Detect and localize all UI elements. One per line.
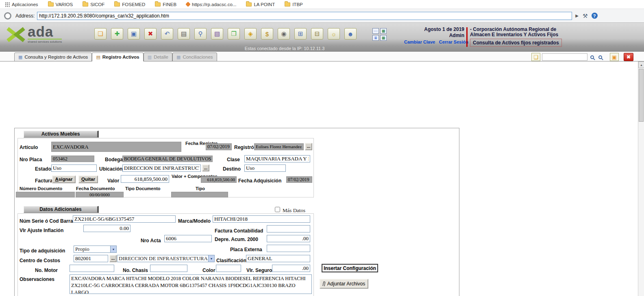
chevron-down-icon[interactable]: ▼ [208, 255, 214, 262]
document-icon: ▤ [96, 55, 100, 60]
vlr-seguro-input[interactable] [272, 265, 310, 272]
bookmark-item[interactable]: SICOF [83, 2, 104, 7]
estado-input[interactable] [51, 164, 97, 172]
vlr-seguro-label: Vlr. Seguro [246, 267, 272, 273]
ubicacion-input[interactable] [122, 164, 201, 172]
tab-consulta-y-registro[interactable]: ▦ Consulta y Registro de Activos [14, 53, 92, 61]
asignar-button[interactable]: Asignar [52, 175, 76, 183]
idea-button[interactable]: ☼ [328, 28, 340, 39]
destino-input[interactable] [244, 164, 286, 172]
no-chasis-input[interactable] [150, 265, 187, 272]
tipo-adquisicion-select[interactable]: Propio ▼ [74, 246, 117, 253]
new-document-button[interactable]: ✚ [111, 28, 123, 39]
color-input[interactable] [216, 265, 241, 272]
excel-icon: ▦ [382, 29, 385, 33]
vlr-ajuste-input[interactable] [83, 225, 131, 232]
logout-link[interactable]: Cerrar Sesión [439, 39, 468, 44]
tipo-documento-label: Tipo Documento [125, 186, 161, 191]
articulo-label: Artículo [20, 145, 38, 150]
delete-button[interactable]: ✖ [144, 28, 157, 39]
page-icon [185, 2, 191, 7]
quitar-button[interactable]: Quitar [78, 175, 98, 183]
serie-input[interactable] [73, 215, 176, 223]
tipo-adquisicion-label: Tipo de adquisición [20, 248, 65, 254]
centro-costos-desc-select[interactable]: DIRECCION DE INFRAESTRUCTURA AM ▼ [117, 255, 215, 262]
go-icon[interactable]: ▶ [575, 13, 579, 18]
nro-placa-field: 053462 [51, 156, 94, 162]
table-button[interactable]: ▦ [380, 35, 387, 41]
adjuntar-archivos-button[interactable]: Adjuntar Archivos [320, 279, 368, 289]
orange-box-icon: ▣ [612, 54, 617, 60]
add-grid-button[interactable]: ⊞ [294, 28, 307, 39]
notes-button[interactable]: ⋯ [372, 28, 379, 34]
save-button[interactable]: ▣ [128, 28, 140, 39]
centro-costos-lookup-button[interactable]: ... [109, 255, 117, 262]
layers-button[interactable]: ≣ [372, 35, 379, 41]
application-window: Aplicaciones VARIOSSICOFFOSEMEDFINEBhttp… [0, 0, 644, 296]
bookmark-item[interactable]: VARIOS [48, 2, 73, 7]
page-scrollbar[interactable]: ▲ [638, 61, 644, 296]
camera-money-button[interactable]: ◉ [278, 28, 290, 39]
no-motor-input[interactable] [70, 265, 114, 272]
marca-modelo-input[interactable] [213, 215, 310, 223]
depre-acum-input[interactable] [267, 235, 310, 242]
bookmark-item[interactable]: FOSEMED [114, 2, 145, 7]
image-icon: ▧ [214, 30, 220, 37]
scroll-up-icon[interactable]: ▲ [638, 61, 644, 68]
magnifier-icon [590, 55, 594, 59]
ubicacion-lookup-button[interactable]: ... [202, 164, 209, 171]
tab-registro-activos[interactable]: ▤ Registro Activos [92, 53, 143, 61]
registro-lookup-button[interactable]: ... [305, 143, 312, 150]
export-button[interactable]: ❏ [531, 53, 540, 61]
mas-datos-label: Más Datos [283, 207, 305, 214]
money-button[interactable]: $ [261, 28, 273, 39]
bookmark-item[interactable]: FINEB [155, 2, 176, 7]
cart-button[interactable]: ⊟ [311, 28, 323, 39]
excel-button[interactable]: ▦ [380, 28, 387, 34]
close-button[interactable]: ✖ [624, 53, 633, 61]
tab-detalle[interactable]: ▥ Detalle [144, 53, 172, 61]
bookmark-item[interactable]: ITBP [285, 2, 303, 7]
chevron-down-icon[interactable]: ▼ [110, 246, 116, 252]
centro-costos-input[interactable] [74, 255, 108, 262]
page-scrollbar-thumb[interactable] [639, 69, 644, 122]
address-input[interactable] [37, 12, 572, 20]
export-folder-button[interactable]: ❐ [228, 28, 240, 39]
image-button[interactable]: ▧ [211, 28, 223, 39]
lock-icon: ◈ [248, 30, 253, 37]
tab-conciliaciones[interactable]: ▦ Conciliaciones [172, 53, 217, 61]
mas-datos-checkbox[interactable] [275, 207, 280, 212]
bookmark-label: LA POINT [254, 2, 275, 7]
bookmark-item[interactable]: LA POINT [246, 2, 275, 7]
nro-acta-input[interactable] [164, 235, 212, 242]
tools-icon[interactable]: ⚒ [583, 13, 588, 19]
apps-menu[interactable]: Aplicaciones [5, 2, 38, 7]
fecha-documento-label: Fecha Documento [76, 186, 115, 191]
print-icon: ▤ [181, 30, 187, 37]
observaciones-textarea[interactable]: EXCAVADORA MARCA HITACHI MODELO 2018 COL… [70, 274, 312, 294]
search-button[interactable]: ⚲ [194, 28, 207, 39]
lock-button[interactable]: ◈ [244, 28, 257, 39]
clase-input[interactable] [244, 155, 310, 162]
clasificacion-input[interactable] [246, 255, 310, 262]
color-label: Color [202, 267, 215, 273]
open-folder-button[interactable]: ❏ [94, 28, 107, 39]
orange-box-button[interactable]: ▣ [610, 53, 619, 61]
help-icon[interactable]: ? [592, 13, 598, 19]
browser-logo-icon[interactable] [4, 12, 11, 20]
users-button[interactable]: ☻ [344, 28, 357, 39]
change-password-link[interactable]: Cambiar Clave [404, 39, 435, 44]
quick-search-input[interactable] [542, 53, 587, 61]
valor-input[interactable] [121, 175, 169, 183]
idea-icon: ☼ [331, 31, 337, 37]
folder-icon [83, 2, 88, 7]
factura-contabilidad-input[interactable] [267, 225, 310, 232]
content-area: Activos Muebles Artículo EXCAVADORA Fech… [0, 61, 644, 296]
bookmark-item[interactable]: https://rp.adacsc.co... [186, 2, 236, 7]
placa-externa-input[interactable] [267, 245, 310, 252]
insertar-configuracion-button[interactable]: Insertar Configuración [322, 264, 378, 272]
articulo-field: EXCAVADORA [51, 142, 181, 152]
tab-label: Conciliaciones [183, 55, 213, 59]
undo-button[interactable]: ↶ [161, 28, 173, 39]
print-button[interactable]: ▤ [178, 28, 190, 39]
